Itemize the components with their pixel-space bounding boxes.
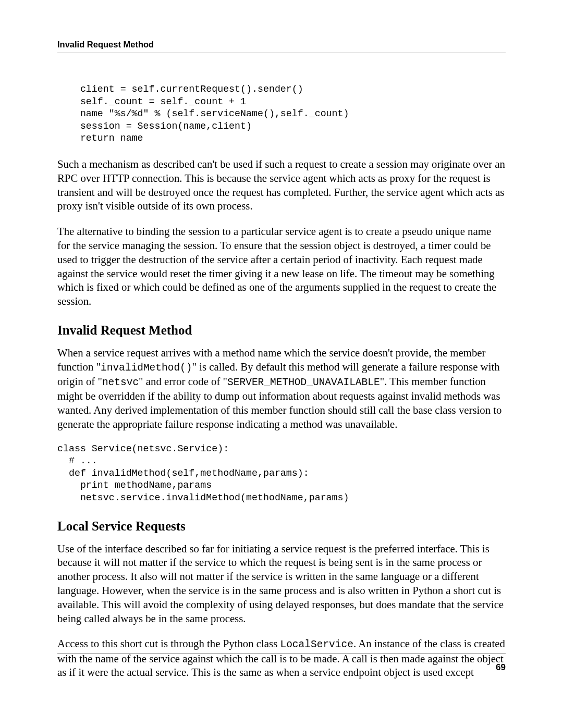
- paragraph-4: Use of the interface described so far fo…: [57, 542, 506, 626]
- heading-local-service-requests: Local Service Requests: [57, 519, 506, 534]
- heading-invalid-request-method: Invalid Request Method: [57, 323, 506, 338]
- code-inline-localservice: LocalService: [280, 639, 353, 650]
- footer-area: [57, 653, 506, 654]
- page-number: 69: [496, 662, 506, 673]
- p3-text-c: " and error code of ": [139, 375, 227, 387]
- paragraph-2: The alternative to binding the session t…: [57, 225, 506, 309]
- running-header: Invalid Request Method: [57, 40, 506, 50]
- code-block-invalid-method: class Service(netsvc.Service): # ... def…: [57, 443, 506, 504]
- header-rule: [57, 53, 506, 53]
- footer-rule: [57, 653, 506, 654]
- paragraph-5: Access to this short cut is through the …: [57, 637, 506, 680]
- p5-text-a: Access to this short cut is through the …: [57, 637, 280, 649]
- page-content: Invalid Request Method client = self.cur…: [0, 0, 563, 680]
- paragraph-3: When a service request arrives with a me…: [57, 346, 506, 431]
- code-inline-server-method-unavailable: SERVER_METHOD_UNAVAILABLE: [227, 377, 380, 388]
- paragraph-1: Such a mechanism as described can't be u…: [57, 157, 506, 213]
- code-inline-netsvc: netsvc: [102, 377, 139, 388]
- code-block-session: client = self.currentRequest().sender() …: [57, 83, 506, 145]
- code-inline-invalidMethod: invalidMethod(): [101, 362, 192, 374]
